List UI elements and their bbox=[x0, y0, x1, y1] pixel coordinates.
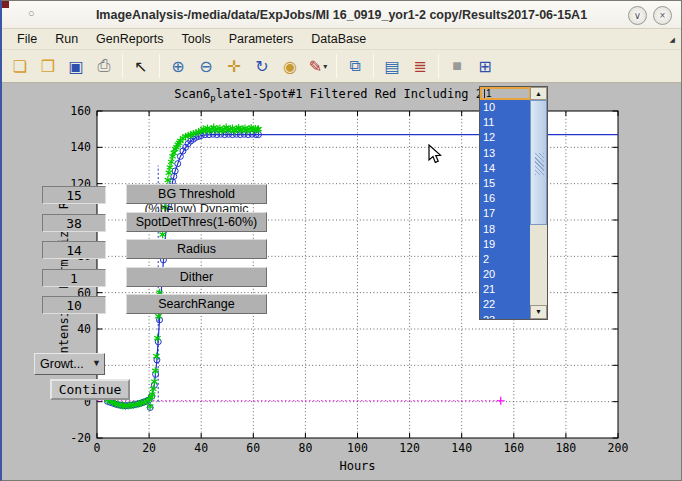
print-icon[interactable]: ⎙ bbox=[91, 53, 117, 79]
dropdown-item-19[interactable]: 19 bbox=[480, 237, 531, 252]
close-icon: × bbox=[660, 10, 666, 21]
gray-square-icon[interactable]: ■ bbox=[444, 53, 470, 79]
param-input-3[interactable]: 14 bbox=[42, 241, 106, 259]
legend-icon[interactable]: ≣ bbox=[407, 53, 433, 79]
dropdown-item-15[interactable]: 15 bbox=[480, 176, 531, 191]
dropdown-item-21[interactable]: 21 bbox=[480, 282, 531, 297]
link-plots-icon[interactable]: ⧉ bbox=[342, 53, 368, 79]
window-corner-decoration bbox=[2, 1, 9, 8]
dropdown-item-22[interactable]: 22 bbox=[480, 297, 531, 312]
param-input-5[interactable]: 10 bbox=[42, 296, 106, 314]
figure-area: 020406080100120140160180200-200204060801… bbox=[2, 83, 681, 480]
zoom-out-icon[interactable]: ⊖ bbox=[193, 53, 219, 79]
dropdown-item-16[interactable]: 16 bbox=[480, 191, 531, 206]
svg-text:Hours: Hours bbox=[339, 459, 375, 473]
toolbar-separator bbox=[159, 54, 160, 78]
plot-tools-icon[interactable]: ⊞ bbox=[472, 53, 498, 79]
brush-icon[interactable]: ✎▾ bbox=[305, 53, 331, 79]
arrow-cursor-icon[interactable]: ↖ bbox=[128, 53, 154, 79]
titlebar[interactable]: ○ ImageAnalysis-/media/data/ExpJobs/MI 1… bbox=[2, 1, 681, 29]
menubar: ◢ FileRunGenReportsToolsParametersDataBa… bbox=[2, 29, 681, 50]
menu-overflow-icon[interactable]: ◢ bbox=[670, 36, 675, 44]
scrollbar-grip bbox=[535, 153, 544, 175]
zoom-in-icon[interactable]: ⊕ bbox=[165, 53, 191, 79]
growth-type-select[interactable]: Growt... ▼ bbox=[34, 353, 105, 375]
text-caret bbox=[484, 89, 485, 98]
window-menu-icon[interactable]: ○ bbox=[28, 8, 35, 19]
dropdown-list: 10111213141516171819220212223 bbox=[480, 100, 531, 319]
svg-text:180: 180 bbox=[556, 441, 577, 455]
toolbar-separator bbox=[122, 54, 123, 78]
chevron-down-icon: ▼ bbox=[92, 358, 101, 368]
scroll-down-button[interactable]: ▼ bbox=[530, 305, 547, 319]
dropdown-item-2[interactable]: 2 bbox=[480, 252, 531, 267]
param-input-4[interactable]: 1 bbox=[42, 269, 106, 287]
mouse-cursor bbox=[428, 144, 442, 165]
growth-type-label: Growt... bbox=[40, 357, 84, 371]
svg-text:100: 100 bbox=[347, 441, 368, 455]
window-title: ImageAnalysis-/media/data/ExpJobs/MI 16_… bbox=[2, 8, 681, 22]
dropdown-scrollbar[interactable]: ▲ ▼ bbox=[530, 87, 547, 319]
continue-button[interactable]: Continue bbox=[50, 379, 130, 400]
minimize-button[interactable]: ∨ bbox=[628, 6, 647, 25]
menu-item-run[interactable]: Run bbox=[46, 30, 87, 48]
menu-item-parameters[interactable]: Parameters bbox=[220, 30, 303, 48]
app-window: ○ ImageAnalysis-/media/data/ExpJobs/MI 1… bbox=[0, 0, 682, 481]
dropdown-item-14[interactable]: 14 bbox=[480, 161, 531, 176]
menu-item-file[interactable]: File bbox=[8, 30, 46, 48]
menu-item-tools[interactable]: Tools bbox=[173, 30, 220, 48]
spot-number-value: 1 bbox=[486, 88, 492, 99]
svg-text:-20: -20 bbox=[70, 431, 91, 445]
param-input-2[interactable]: 38 bbox=[42, 214, 106, 232]
param-button-1[interactable]: BG Threshold bbox=[126, 184, 267, 204]
new-file-icon[interactable]: ❏ bbox=[7, 53, 33, 79]
minimize-icon: ∨ bbox=[634, 10, 641, 21]
toolbar-separator bbox=[373, 54, 374, 78]
spot-number-input[interactable]: 1 bbox=[480, 87, 531, 100]
svg-text:40: 40 bbox=[194, 441, 208, 455]
param-button-3[interactable]: Radius bbox=[126, 239, 267, 259]
dropdown-item-17[interactable]: 17 bbox=[480, 206, 531, 221]
dropdown-item-23[interactable]: 23 bbox=[480, 313, 531, 319]
dropdown-item-20[interactable]: 20 bbox=[480, 267, 531, 282]
toolbar: ❏❒▣⎙↖⊕⊖✛↻◉✎▾⧉▤≣■⊞ bbox=[2, 50, 681, 83]
dropdown-item-11[interactable]: 11 bbox=[480, 115, 531, 130]
menu-item-database[interactable]: DataBase bbox=[302, 30, 375, 48]
svg-text:160: 160 bbox=[503, 441, 524, 455]
datatip-icon[interactable]: ◉ bbox=[277, 53, 303, 79]
svg-text:80: 80 bbox=[298, 441, 312, 455]
param-input-1[interactable]: 15 bbox=[42, 186, 106, 204]
dropdown-item-18[interactable]: 18 bbox=[480, 222, 531, 237]
dropdown-item-13[interactable]: 13 bbox=[480, 146, 531, 161]
dropdown-item-12[interactable]: 12 bbox=[480, 130, 531, 145]
pan-hand-icon[interactable]: ✛ bbox=[221, 53, 247, 79]
close-button[interactable]: × bbox=[653, 6, 672, 25]
dropdown-item-10[interactable]: 10 bbox=[480, 100, 531, 115]
svg-text:140: 140 bbox=[451, 441, 472, 455]
svg-text:20: 20 bbox=[142, 441, 156, 455]
param-button-4[interactable]: Dither bbox=[126, 267, 267, 287]
chevron-down-icon[interactable]: ▾ bbox=[323, 62, 327, 71]
open-folder-icon[interactable]: ❒ bbox=[35, 53, 61, 79]
toolbar-separator bbox=[336, 54, 337, 78]
svg-text:160: 160 bbox=[70, 104, 91, 118]
svg-text:200: 200 bbox=[608, 441, 629, 455]
scrollbar-thumb[interactable] bbox=[530, 100, 547, 225]
param-button-5[interactable]: SearchRange bbox=[126, 294, 267, 314]
toolbar-separator bbox=[438, 54, 439, 78]
menu-item-genreports[interactable]: GenReports bbox=[87, 30, 172, 48]
scroll-up-button[interactable]: ▲ bbox=[530, 87, 547, 100]
save-icon[interactable]: ▣ bbox=[63, 53, 89, 79]
svg-text:40: 40 bbox=[77, 322, 91, 336]
colorbar-icon[interactable]: ▤ bbox=[379, 53, 405, 79]
svg-text:60: 60 bbox=[246, 441, 260, 455]
svg-text:0: 0 bbox=[94, 441, 101, 455]
param-button-2[interactable]: SpotDetThres(1-60%) bbox=[126, 212, 267, 232]
svg-text:120: 120 bbox=[399, 441, 420, 455]
svg-text:140: 140 bbox=[70, 140, 91, 154]
rotate-3d-icon[interactable]: ↻ bbox=[249, 53, 275, 79]
spot-number-dropdown: 1 10111213141516171819220212223 ▲ ▼ bbox=[479, 86, 548, 320]
